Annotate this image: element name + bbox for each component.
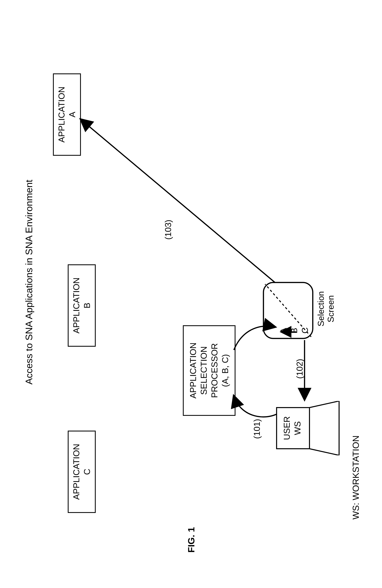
diagram-rotated-wrapper: Access to SNA Applications in SNA Enviro… (19, 31, 364, 557)
arrows-svg (19, 31, 364, 557)
